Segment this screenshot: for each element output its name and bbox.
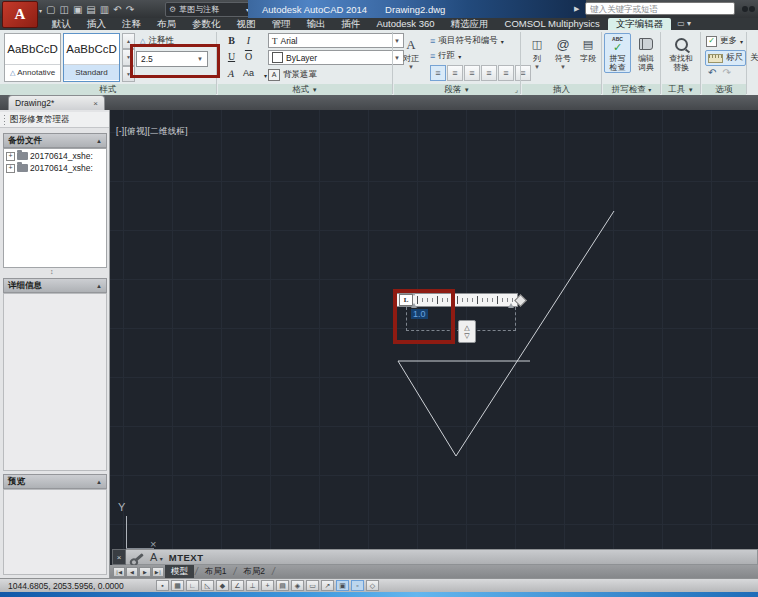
tab-plugins[interactable]: 插件 bbox=[334, 18, 369, 30]
save-icon[interactable]: ▣ bbox=[73, 4, 82, 15]
annotative-toggle[interactable]: △ 注释性 bbox=[140, 35, 174, 47]
align-distribute-button[interactable]: ≡ bbox=[498, 65, 514, 81]
redo-icon[interactable]: ↷ bbox=[722, 67, 730, 78]
right-indent-handle[interactable] bbox=[508, 303, 514, 308]
splitter-handle[interactable]: ↕ bbox=[50, 268, 54, 275]
gallery-expand-icon[interactable]: ▼ bbox=[122, 66, 135, 82]
background-mask-button[interactable]: A 背景遮罩 bbox=[268, 67, 317, 82]
align-center-button[interactable]: ≡ bbox=[447, 65, 463, 81]
tab-home[interactable]: 默认 bbox=[44, 18, 79, 30]
workspace-switcher[interactable]: ⚙ 草图与注释 ▾ bbox=[165, 2, 253, 17]
app-menu-button[interactable]: A bbox=[2, 1, 38, 28]
spell-panel-label[interactable]: ▾ 拼写检查 bbox=[603, 84, 660, 95]
font-combo[interactable]: T Arial ▼ bbox=[268, 33, 404, 48]
align-left-button[interactable]: ≡ bbox=[430, 65, 446, 81]
search-expand-icon[interactable]: ▶ bbox=[574, 5, 579, 13]
undo-icon[interactable]: ↶ bbox=[113, 4, 121, 15]
status-toggle-9[interactable]: ▤ bbox=[276, 580, 289, 591]
first-tab-icon[interactable]: ∣◀ bbox=[113, 567, 125, 577]
tools-panel-label[interactable]: 工具 ▼ bbox=[662, 84, 700, 95]
details-header[interactable]: 详细信息 ▲ bbox=[3, 278, 107, 293]
oblique-angle-button[interactable]: A bbox=[223, 66, 241, 80]
file-tab-drawing2[interactable]: Drawing2* × bbox=[8, 95, 105, 110]
tab-parametric[interactable]: 参数化 bbox=[184, 18, 229, 30]
overline-button[interactable]: O bbox=[241, 49, 256, 63]
redo-icon[interactable]: ↷ bbox=[126, 4, 134, 15]
mtext-value[interactable]: 1.0 bbox=[411, 309, 428, 319]
gallery-up-icon[interactable]: ▲ bbox=[122, 33, 135, 49]
status-toggle-1[interactable]: ▪ bbox=[156, 580, 169, 591]
wrench-icon[interactable] bbox=[134, 553, 144, 562]
tab-layout[interactable]: 布局 bbox=[149, 18, 184, 30]
column-height-grip[interactable]: △ ▽ bbox=[458, 320, 476, 343]
status-toggle-15[interactable]: ◇ bbox=[366, 580, 379, 591]
prev-tab-icon[interactable]: ◀ bbox=[126, 567, 138, 577]
paragraph-indent-handle[interactable] bbox=[411, 303, 417, 308]
more-button[interactable]: ✓ 更多 ▾ bbox=[706, 35, 743, 47]
tab-autodesk360[interactable]: Autodesk 360 bbox=[369, 18, 443, 30]
tab-manage[interactable]: 管理 bbox=[264, 18, 299, 30]
close-icon[interactable]: × bbox=[93, 99, 98, 108]
ribbon-minimize-icon[interactable]: ▭ ▾ bbox=[671, 18, 697, 30]
tab-comsol[interactable]: COMSOL Multiphysics bbox=[497, 18, 608, 30]
collapse-icon[interactable]: ▲ bbox=[96, 283, 102, 289]
paragraph-panel-label[interactable]: 段落 ▼ bbox=[394, 84, 520, 95]
status-toggle-2[interactable]: ▦ bbox=[171, 580, 184, 591]
columns-button[interactable]: ◫ 列 ▼ bbox=[526, 33, 548, 73]
cursor-coordinates[interactable]: 1044.6805, 2053.5956, 0.0000 bbox=[0, 581, 148, 591]
status-toggle-3[interactable]: ∟ bbox=[186, 580, 199, 591]
close-icon[interactable]: × bbox=[112, 549, 126, 565]
tab-output[interactable]: 输出 bbox=[299, 18, 334, 30]
underline-button[interactable]: U bbox=[224, 49, 239, 63]
align-right-button[interactable]: ≡ bbox=[464, 65, 480, 81]
status-toggle-13[interactable]: ▣ bbox=[336, 580, 349, 591]
ruler-toggle-button[interactable]: 标尺 bbox=[705, 50, 746, 66]
edit-dictionaries-button[interactable]: 编辑 词典 bbox=[633, 33, 659, 73]
insert-panel-label[interactable]: 插入 bbox=[522, 84, 601, 95]
plot-icon[interactable]: ▥ bbox=[100, 4, 109, 15]
status-toggle-7[interactable]: ⊥ bbox=[246, 580, 259, 591]
symbol-button[interactable]: @ 符号 ▼ bbox=[551, 33, 575, 73]
status-toggle-6[interactable]: ∠ bbox=[231, 580, 244, 591]
app-menu-caret-icon[interactable]: ▾ bbox=[39, 7, 42, 14]
italic-button[interactable]: I bbox=[241, 33, 256, 47]
status-toggle-4[interactable]: ◺ bbox=[201, 580, 214, 591]
last-tab-icon[interactable]: ▶∣ bbox=[152, 567, 164, 577]
style-panel-label[interactable]: 样式 bbox=[0, 84, 216, 95]
status-toggle-11[interactable]: ▭ bbox=[306, 580, 319, 591]
save-as-icon[interactable]: ▤ bbox=[86, 4, 95, 15]
text-style-annotative[interactable]: AaBbCcD △ Annotative bbox=[4, 33, 61, 82]
bullets-numbering-button[interactable]: ≡ 项目符号和编号 ▾ bbox=[430, 35, 504, 47]
field-button[interactable]: ▤ 字段 bbox=[577, 33, 599, 64]
format-panel-label[interactable]: 格式 ▼ bbox=[218, 84, 392, 95]
expand-icon[interactable]: + bbox=[6, 164, 15, 173]
tab-insert[interactable]: 插入 bbox=[79, 18, 114, 30]
first-line-indent-handle[interactable] bbox=[411, 291, 417, 296]
change-case-button[interactable]: Aa bbox=[241, 66, 256, 80]
drawing-canvas[interactable]: [-][俯视][二维线框] L 1.0 △ ▽ Y × bbox=[110, 110, 758, 565]
preview-header[interactable]: 预览 ▲ bbox=[3, 474, 107, 489]
close-text-editor-button[interactable]: 关闭 bbox=[750, 52, 758, 64]
command-input-bar[interactable]: A ▾ MTEXT bbox=[126, 549, 758, 565]
tab-text-editor-active[interactable]: 文字编辑器 bbox=[608, 18, 672, 30]
bold-button[interactable]: B bbox=[224, 33, 239, 47]
new-icon[interactable]: ▢ bbox=[46, 4, 55, 15]
justification-button[interactable]: A 对正 ▼ bbox=[397, 33, 425, 73]
status-toggle-10[interactable]: ◈ bbox=[291, 580, 304, 591]
drag-grip-icon[interactable] bbox=[3, 114, 6, 126]
tree-item-backup-2[interactable]: + 20170614_xshe: bbox=[4, 161, 106, 173]
tree-item-backup-1[interactable]: + 20170614_xshe: bbox=[4, 149, 106, 161]
tab-view[interactable]: 视图 bbox=[229, 18, 264, 30]
tab-model[interactable]: 模型 bbox=[165, 565, 194, 578]
undo-icon[interactable]: ↶ bbox=[708, 67, 716, 78]
align-justify-button[interactable]: ≡ bbox=[481, 65, 497, 81]
help-search-input[interactable] bbox=[585, 2, 735, 15]
expand-icon[interactable]: + bbox=[6, 152, 15, 161]
text-style-standard[interactable]: AaBbCcD Standard bbox=[63, 33, 120, 82]
find-replace-button[interactable]: 查找和 替换 bbox=[664, 33, 698, 73]
next-tab-icon[interactable]: ▶ bbox=[139, 567, 151, 577]
dialog-launcher-icon[interactable]: ⌟ bbox=[515, 86, 518, 94]
line-spacing-button[interactable]: ≡ 行距 ▾ bbox=[430, 50, 461, 62]
status-toggle-12[interactable]: ↗ bbox=[321, 580, 334, 591]
color-combo[interactable]: ByLayer ▼ bbox=[268, 50, 404, 65]
